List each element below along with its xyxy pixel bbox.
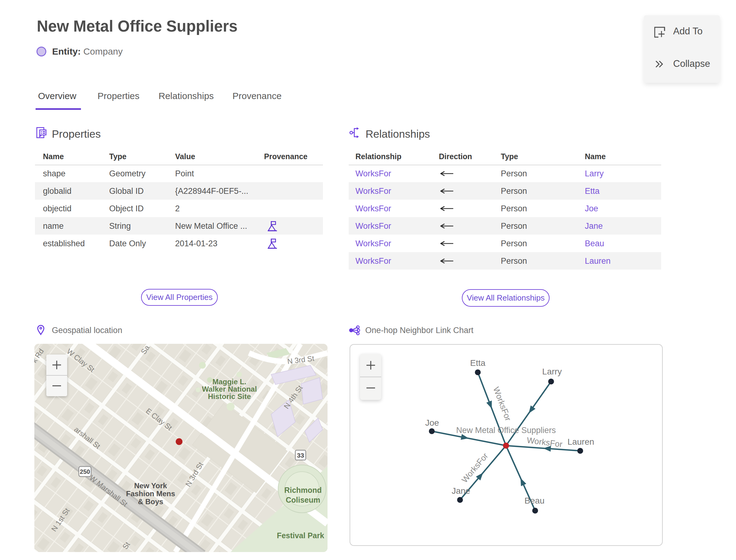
svg-text:New York: New York [134, 481, 167, 490]
svg-text:Coliseum: Coliseum [286, 496, 320, 504]
svg-text:& Boys: & Boys [138, 497, 163, 506]
svg-text:Festival Park: Festival Park [277, 531, 324, 540]
svg-text:Joe: Joe [425, 418, 439, 428]
svg-text:New Metal Office Suppliers: New Metal Office Suppliers [456, 426, 556, 435]
svg-text:Walker National: Walker National [202, 385, 257, 393]
svg-text:Fashion Mens: Fashion Mens [126, 489, 175, 498]
svg-text:Historic Site: Historic Site [208, 392, 251, 401]
svg-text:Lauren: Lauren [567, 437, 594, 447]
svg-text:WorksFor: WorksFor [460, 451, 490, 485]
svg-text:Larry: Larry [542, 367, 562, 376]
svg-text:250: 250 [80, 468, 90, 475]
svg-text:Richmond: Richmond [284, 486, 322, 494]
svg-text:Jane: Jane [452, 486, 470, 496]
svg-text:Maggie L.: Maggie L. [213, 378, 247, 386]
svg-text:33: 33 [297, 452, 304, 459]
svg-text:Etta: Etta [470, 358, 485, 368]
svg-text:Beau: Beau [524, 496, 544, 505]
